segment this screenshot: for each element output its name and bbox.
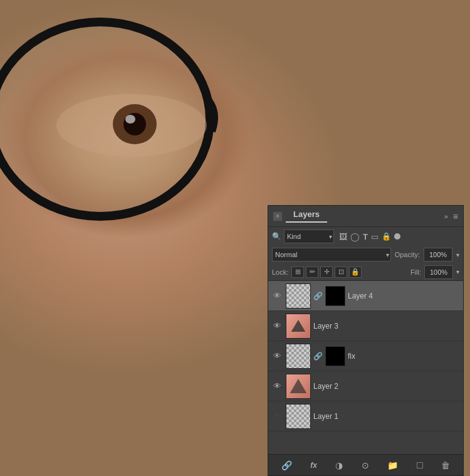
fix-layer-thumbnail bbox=[286, 344, 311, 369]
fill-label: Fill: bbox=[410, 268, 421, 276]
layer-3-name: Layer 3 bbox=[313, 322, 461, 331]
lock-artboard-button[interactable]: ⊡ bbox=[335, 267, 347, 278]
fill-dropdown-arrow[interactable]: ▾ bbox=[456, 268, 459, 275]
layer-item-3[interactable]: 👁 Layer 3 bbox=[268, 311, 463, 341]
filter-dot-icon[interactable] bbox=[394, 233, 400, 240]
layer-3-visibility-toggle[interactable]: 👁 bbox=[271, 321, 283, 331]
filter-circle-icon[interactable]: ◯ bbox=[350, 232, 360, 241]
layer-4-visibility-toggle[interactable]: 👁 bbox=[271, 291, 283, 300]
fix-layer-chain-icon[interactable]: 🔗 bbox=[313, 352, 323, 361]
panel-menu-button[interactable]: ≡ bbox=[453, 211, 458, 221]
opacity-label: Opacity: bbox=[395, 251, 420, 258]
layer-1-name: Layer 1 bbox=[313, 412, 461, 421]
lock-all-button[interactable]: 🔒 bbox=[349, 267, 362, 278]
lock-row: Lock: ⊞ ✏ ✛ ⊡ 🔒 Fill: ▾ bbox=[268, 263, 463, 281]
fix-layer-mask-thumbnail bbox=[325, 346, 345, 366]
layer-2-thumbnail bbox=[286, 374, 311, 399]
collapse-icon: » bbox=[444, 213, 448, 220]
fix-layer-name: fix bbox=[348, 352, 461, 361]
layers-panel: × Layers » ≡ 🔍 Kind Name Effect Mode 🖼 ◯… bbox=[268, 205, 464, 476]
layer-item-4[interactable]: 👁 🔗 Layer 4 bbox=[268, 281, 463, 311]
blend-select-wrap: Normal Dissolve Multiply Screen Overlay bbox=[272, 248, 391, 262]
panel-titlebar: × Layers » ≡ bbox=[268, 206, 463, 227]
lock-pixels-button[interactable]: ⊞ bbox=[291, 267, 304, 278]
lock-icons: ⊞ ✏ ✛ ⊡ 🔒 bbox=[291, 267, 362, 278]
panel-close-button[interactable]: × bbox=[273, 212, 282, 221]
filter-lock-icon[interactable]: 🔒 bbox=[382, 232, 391, 241]
filter-image-icon[interactable]: 🖼 bbox=[339, 232, 347, 241]
add-mask-button[interactable]: ◑ bbox=[333, 459, 345, 472]
layer-item-1[interactable]: 👁 Layer 1 bbox=[268, 401, 463, 431]
filter-kind-select[interactable]: Kind Name Effect Mode bbox=[284, 230, 334, 243]
panel-title-left: × Layers bbox=[273, 209, 327, 223]
fill-input[interactable] bbox=[424, 265, 453, 279]
blend-mode-select[interactable]: Normal Dissolve Multiply Screen Overlay bbox=[272, 248, 391, 262]
filter-row: 🔍 Kind Name Effect Mode 🖼 ◯ T ▭ 🔒 bbox=[268, 227, 463, 246]
fx-button[interactable]: fx bbox=[308, 460, 320, 471]
adjustment-layer-button[interactable]: ⊙ bbox=[359, 459, 372, 472]
layer-item-fix[interactable]: 👁 🔗 fix bbox=[268, 341, 463, 371]
opacity-dropdown-arrow[interactable]: ▾ bbox=[456, 251, 459, 258]
layer-2-visibility-toggle[interactable]: 👁 bbox=[271, 381, 283, 391]
lock-position-button[interactable]: ✛ bbox=[320, 267, 333, 278]
search-icon: 🔍 bbox=[272, 232, 281, 241]
panel-title: Layers bbox=[286, 209, 327, 223]
lock-image-button[interactable]: ✏ bbox=[306, 267, 318, 278]
filter-text-icon[interactable]: T bbox=[363, 232, 368, 241]
lock-label: Lock: bbox=[272, 268, 288, 276]
filter-icons: 🖼 ◯ T ▭ 🔒 bbox=[339, 232, 400, 241]
svg-point-4 bbox=[125, 115, 135, 124]
new-layer-button[interactable]: □ bbox=[414, 458, 426, 472]
layer-4-name: Layer 4 bbox=[348, 292, 461, 300]
delete-layer-button[interactable]: 🗑 bbox=[439, 459, 452, 472]
filter-select-wrap: Kind Name Effect Mode bbox=[284, 230, 334, 243]
filter-rect-icon[interactable]: ▭ bbox=[371, 232, 379, 241]
layer-2-name: Layer 2 bbox=[313, 382, 461, 391]
layer-1-visibility-toggle[interactable]: 👁 bbox=[271, 411, 283, 421]
layers-list: 👁 🔗 Layer 4 👁 Layer 3 👁 🔗 bbox=[268, 281, 463, 454]
layer-3-thumbnail bbox=[286, 314, 311, 339]
layer-4-thumbnail bbox=[286, 283, 311, 309]
link-layers-button[interactable]: 🔗 bbox=[279, 459, 295, 472]
fix-layer-visibility-toggle[interactable]: 👁 bbox=[271, 351, 283, 361]
layer-4-mask-thumbnail bbox=[325, 286, 345, 306]
layer-item-2[interactable]: 👁 Layer 2 bbox=[268, 371, 463, 401]
panel-bottom-toolbar: 🔗 fx ◑ ⊙ 📁 □ 🗑 bbox=[268, 454, 463, 475]
layer-4-chain-icon[interactable]: 🔗 bbox=[313, 292, 323, 300]
new-group-button[interactable]: 📁 bbox=[385, 459, 400, 472]
opacity-input[interactable] bbox=[424, 248, 452, 262]
layer-1-thumbnail bbox=[286, 404, 311, 429]
blend-mode-row: Normal Dissolve Multiply Screen Overlay … bbox=[268, 246, 463, 263]
